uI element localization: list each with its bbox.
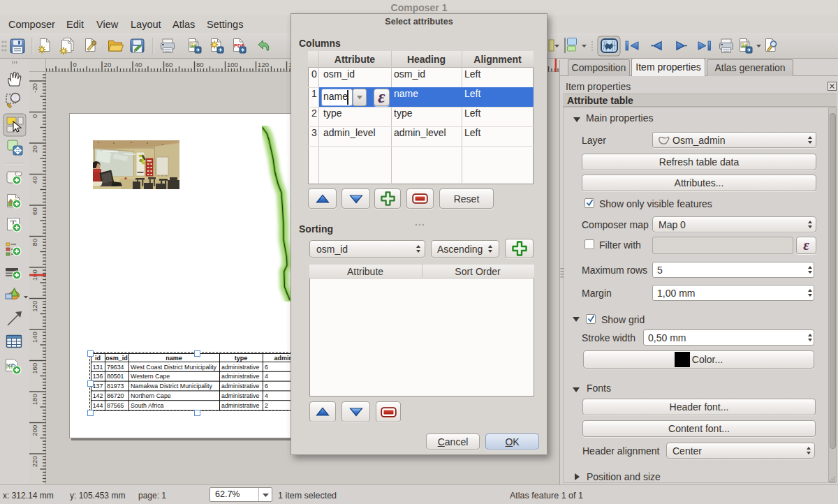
svg-text:0: 0: [31, 114, 38, 118]
svg-text:20: 20: [104, 61, 112, 68]
svg-text:80: 80: [196, 61, 204, 68]
svg-text:0: 0: [73, 61, 77, 68]
svg-text:60: 60: [31, 207, 38, 215]
svg-text:80: 80: [31, 239, 38, 246]
svg-text:120: 120: [31, 301, 38, 312]
svg-text:140: 140: [31, 332, 38, 343]
svg-text:60: 60: [166, 61, 173, 68]
svg-text:200: 200: [31, 425, 38, 436]
svg-text:120: 120: [258, 61, 269, 68]
svg-text:100: 100: [227, 61, 238, 68]
svg-text:20: 20: [31, 145, 38, 153]
svg-text:40: 40: [135, 61, 142, 68]
svg-text:160: 160: [31, 363, 38, 374]
svg-text:220: 220: [31, 456, 38, 467]
svg-text:40: 40: [31, 177, 38, 184]
svg-text:180: 180: [31, 394, 38, 405]
svg-text:-20: -20: [31, 83, 38, 93]
